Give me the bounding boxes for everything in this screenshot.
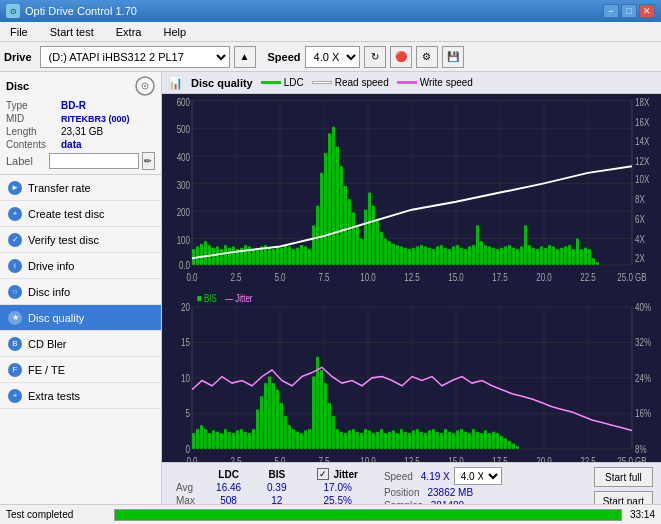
svg-rect-128	[552, 246, 555, 264]
nav-icon-disc-info: ○	[8, 285, 22, 299]
label-edit-button[interactable]: ✏	[142, 152, 156, 170]
svg-rect-68	[312, 225, 315, 264]
svg-rect-197	[260, 396, 263, 449]
svg-text:4X: 4X	[635, 234, 645, 245]
svg-rect-112	[488, 246, 491, 264]
title-bar: ⊙ Opti Drive Control 1.70 − □ ✕	[0, 0, 661, 22]
chart-icon: 📊	[168, 76, 183, 90]
svg-rect-195	[252, 429, 255, 449]
svg-rect-186	[216, 432, 219, 449]
svg-rect-204	[288, 425, 291, 449]
nav-disc-info[interactable]: ○ Disc info	[0, 279, 161, 305]
svg-rect-103	[452, 246, 455, 264]
svg-rect-131	[564, 246, 567, 264]
svg-rect-235	[412, 430, 415, 448]
svg-rect-59	[276, 246, 279, 264]
svg-rect-109	[476, 225, 479, 264]
svg-rect-47	[228, 248, 231, 265]
svg-rect-122	[528, 245, 531, 265]
jitter-checkbox[interactable]: ✓	[317, 468, 329, 480]
svg-rect-237	[420, 432, 423, 449]
svg-rect-94	[416, 246, 419, 264]
svg-rect-115	[500, 248, 503, 265]
svg-rect-248	[464, 432, 467, 449]
speed-select-stats[interactable]: 4.0 X	[454, 467, 502, 485]
nav-transfer-rate[interactable]: ► Transfer rate	[0, 175, 161, 201]
burn-button[interactable]: 🔴	[390, 46, 412, 68]
svg-rect-88	[392, 244, 395, 265]
eject-button[interactable]: ▲	[234, 46, 256, 68]
svg-rect-251	[476, 432, 479, 449]
menu-file[interactable]: File	[4, 24, 34, 40]
svg-text:2.5: 2.5	[230, 272, 241, 283]
svg-rect-201	[276, 390, 279, 449]
svg-rect-101	[444, 248, 447, 265]
nav-disc-quality[interactable]: ★ Disc quality	[0, 305, 161, 331]
svg-rect-210	[312, 377, 315, 449]
svg-rect-228	[384, 433, 387, 449]
svg-rect-222	[360, 433, 363, 449]
nav-extra-tests[interactable]: + Extra tests	[0, 383, 161, 409]
svg-rect-100	[440, 245, 443, 265]
svg-text:5.0: 5.0	[274, 272, 285, 283]
svg-rect-260	[512, 444, 515, 449]
nav-fe-te[interactable]: F FE / TE	[0, 357, 161, 383]
nav-verify-test-disc[interactable]: ✓ Verify test disc	[0, 227, 161, 253]
svg-rect-189	[228, 432, 231, 449]
nav-label-cd-bler: CD Bler	[28, 338, 67, 350]
settings-button[interactable]: ⚙	[416, 46, 438, 68]
menu-extra[interactable]: Extra	[110, 24, 148, 40]
nav-drive-info[interactable]: i Drive info	[0, 253, 161, 279]
mid-value: RITEKBR3 (000)	[61, 114, 130, 124]
save-button[interactable]: 💾	[442, 46, 464, 68]
start-full-button[interactable]: Start full	[594, 467, 653, 487]
avg-jitter: 17.0%	[311, 481, 363, 494]
svg-text:8%: 8%	[635, 444, 647, 455]
chart-header: 📊 Disc quality LDC Read speed Write spee…	[162, 72, 661, 94]
svg-rect-252	[480, 433, 483, 449]
svg-rect-181	[196, 429, 199, 449]
svg-rect-102	[448, 249, 451, 265]
svg-rect-74	[336, 147, 339, 265]
svg-rect-136	[584, 248, 587, 265]
position-label: Position	[384, 487, 420, 498]
svg-rect-187	[220, 433, 223, 449]
svg-rect-231	[396, 433, 399, 449]
svg-text:600: 600	[177, 97, 190, 108]
nav-list: ► Transfer rate + Create test disc ✓ Ver…	[0, 175, 161, 504]
close-button[interactable]: ✕	[639, 4, 655, 18]
svg-rect-183	[204, 429, 207, 449]
svg-rect-132	[568, 245, 571, 265]
sidebar: Disc Type BD-R MID RITEKBR3 (000) Lengt	[0, 72, 162, 524]
svg-text:400: 400	[177, 152, 190, 163]
app-icon: ⊙	[6, 4, 20, 18]
drive-select[interactable]: (D:) ATAPI iHBS312 2 PL17	[40, 46, 230, 68]
speed-select[interactable]: 4.0 X	[305, 46, 360, 68]
main-layout: Disc Type BD-R MID RITEKBR3 (000) Lengt	[0, 72, 661, 524]
svg-rect-57	[268, 248, 271, 265]
svg-rect-182	[200, 425, 203, 449]
minimize-button[interactable]: −	[603, 4, 619, 18]
maximize-button[interactable]: □	[621, 4, 637, 18]
svg-text:500: 500	[177, 124, 190, 135]
svg-rect-223	[364, 429, 367, 449]
svg-text:8X: 8X	[635, 194, 645, 205]
svg-rect-93	[412, 248, 415, 265]
menu-start-test[interactable]: Start test	[44, 24, 100, 40]
svg-rect-121	[524, 225, 527, 264]
svg-rect-193	[244, 432, 247, 449]
length-value: 23,31 GB	[61, 126, 103, 137]
svg-text:20: 20	[181, 302, 190, 313]
svg-rect-139	[596, 262, 599, 265]
refresh-button[interactable]: ↻	[364, 46, 386, 68]
menu-help[interactable]: Help	[157, 24, 192, 40]
svg-rect-53	[252, 249, 255, 265]
svg-rect-199	[268, 377, 271, 449]
nav-cd-bler[interactable]: B CD Bler	[0, 331, 161, 357]
time-display: 33:14	[630, 509, 655, 520]
svg-rect-230	[392, 430, 395, 448]
label-key: Label	[6, 155, 46, 167]
label-input[interactable]	[49, 153, 139, 169]
svg-rect-203	[284, 416, 287, 449]
nav-create-test-disc[interactable]: + Create test disc	[0, 201, 161, 227]
